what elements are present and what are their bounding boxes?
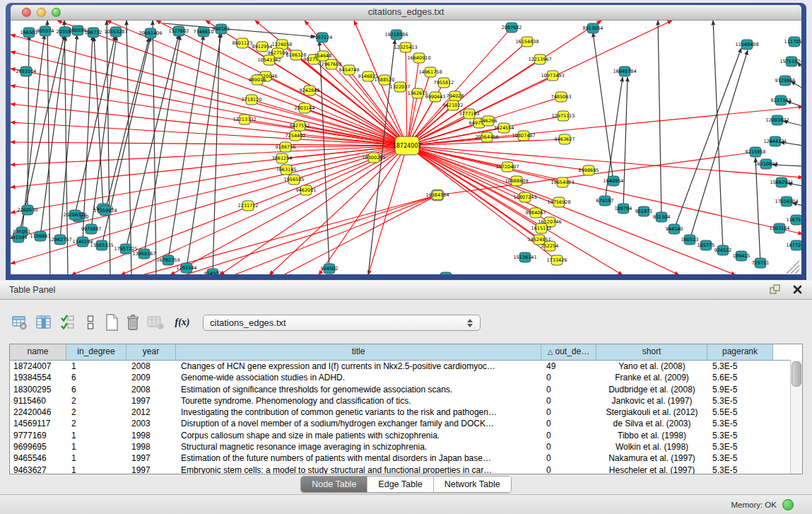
cell-year[interactable]: 1997 — [126, 465, 176, 474]
select-visible-columns-icon[interactable] — [58, 312, 78, 333]
cell-pagerank[interactable]: 5.6E-5 — [707, 372, 773, 383]
cell-in_degree[interactable]: 1 — [66, 430, 126, 441]
table-row[interactable]: 946554611997Estimation of the future num… — [10, 452, 802, 464]
cell-short[interactable]: Stergiakouli et al. (2012) — [596, 407, 707, 418]
minimize-window-button[interactable] — [37, 8, 46, 17]
cell-out_de[interactable]: 0 — [541, 441, 596, 452]
cell-in_degree[interactable]: 2 — [66, 407, 126, 418]
cell-name[interactable]: 14569117 — [10, 418, 66, 429]
table-row[interactable]: 2242004622012Investigating the contribut… — [10, 407, 802, 418]
cell-year[interactable]: 2012 — [126, 407, 176, 418]
cell-title[interactable]: Investigating the contribution of common… — [176, 407, 541, 418]
delete-columns-icon[interactable] — [146, 312, 165, 333]
new-table-icon[interactable] — [102, 312, 122, 333]
float-window-icon[interactable] — [768, 283, 781, 296]
cell-out_de[interactable]: 0 — [541, 407, 596, 418]
column-header-name[interactable]: name — [10, 344, 66, 360]
table-row[interactable]: 946362711997Embryonic stem cells: a mode… — [10, 465, 802, 474]
window-titlebar[interactable]: citations_edges.txt — [11, 5, 801, 21]
table-row[interactable]: 1456911722003Disruption of a novel membe… — [10, 418, 802, 429]
column-header-pagerank[interactable]: pagerank — [707, 344, 773, 360]
cell-in_degree[interactable]: 1 — [66, 441, 126, 452]
cell-title[interactable]: Tourette syndrome. Phenomenology and cla… — [176, 395, 541, 407]
table-row[interactable]: 1830029562008Estimation of significance … — [10, 384, 802, 395]
cell-in_degree[interactable]: 6 — [66, 384, 126, 395]
cell-short[interactable]: Dudbridge et al. (2008) — [596, 384, 707, 395]
cell-short[interactable]: Wolkin et al. (1998) — [596, 441, 707, 452]
scrollbar-thumb[interactable] — [792, 361, 801, 387]
cell-title[interactable]: Estimation of significance thresholds fo… — [176, 384, 541, 395]
cell-pagerank[interactable]: 5.5E-5 — [707, 407, 773, 418]
tab-network-table[interactable]: Network Table — [434, 477, 511, 492]
cell-name[interactable]: 18300295 — [10, 384, 66, 395]
close-window-button[interactable] — [22, 8, 31, 17]
cell-short[interactable]: Hescheler et al. (1997) — [596, 465, 707, 474]
cell-title[interactable]: Corpus callosum shape and size in male p… — [176, 430, 541, 441]
cell-out_de[interactable]: 0 — [541, 452, 596, 464]
cell-year[interactable]: 2003 — [126, 418, 176, 429]
cell-title[interactable]: Changes of HCN gene expression and I(f) … — [176, 361, 541, 372]
cell-out_de[interactable]: 49 — [541, 361, 596, 372]
cell-short[interactable]: Nakamura et al. (1997) — [596, 452, 707, 464]
cell-title[interactable]: Structural magnetic resonance image aver… — [176, 441, 541, 452]
cell-name[interactable]: 19384554 — [10, 372, 66, 383]
cell-in_degree[interactable]: 1 — [66, 452, 126, 464]
network-graph[interactable]: 1665019055742035571805511867321055328720… — [11, 21, 801, 274]
cell-pagerank[interactable]: 5.3E-5 — [707, 361, 773, 372]
cell-out_de[interactable]: 0 — [541, 430, 596, 441]
tab-edge-table[interactable]: Edge Table — [367, 477, 433, 492]
network-canvas[interactable]: 1665019055742035571805511867321055328720… — [11, 21, 801, 274]
row-height-icon[interactable] — [81, 312, 100, 333]
cell-pagerank[interactable]: 5.3E-5 — [707, 465, 773, 474]
cell-in_degree[interactable]: 2 — [66, 395, 126, 407]
delete-table-icon[interactable] — [123, 312, 143, 333]
table-row[interactable]: 1938455462009Genome-wide association stu… — [10, 372, 802, 383]
cell-pagerank[interactable]: 5.9E-5 — [707, 384, 773, 395]
table-settings-icon[interactable] — [10, 312, 30, 333]
column-header-short[interactable]: short — [596, 344, 707, 360]
cell-pagerank[interactable]: 5.3E-5 — [707, 395, 773, 407]
column-header-out_de[interactable]: △out_de… — [541, 344, 596, 360]
cell-year[interactable]: 2008 — [126, 384, 176, 395]
cell-title[interactable]: Genome-wide association studies in ADHD. — [176, 372, 541, 383]
cell-year[interactable]: 2009 — [126, 372, 176, 383]
cell-pagerank[interactable]: 5.3E-5 — [707, 430, 773, 441]
cell-year[interactable]: 1998 — [126, 430, 176, 441]
cell-year[interactable]: 2008 — [126, 361, 176, 372]
cell-out_de[interactable]: 0 — [541, 384, 596, 395]
cell-in_degree[interactable]: 6 — [66, 372, 126, 383]
cell-short[interactable]: Jankovic et al. (1997) — [596, 395, 707, 407]
cell-short[interactable]: de Silva et al. (2003) — [596, 418, 707, 429]
table-row[interactable]: 911546021997Tourette syndrome. Phenomeno… — [10, 395, 802, 407]
show-columns-icon[interactable] — [34, 312, 54, 333]
canvas-resize-grip-icon[interactable] — [791, 265, 799, 274]
table-row[interactable]: 969969511998Structural magnetic resonanc… — [10, 441, 802, 452]
vertical-scrollbar[interactable] — [790, 360, 802, 474]
cell-name[interactable]: 9463627 — [10, 465, 66, 474]
cell-pagerank[interactable]: 5.3E-5 — [707, 452, 773, 464]
column-header-in_degree[interactable]: in_degree — [66, 344, 126, 360]
table-row[interactable]: 1872400712008Changes of HCN gene express… — [10, 361, 802, 372]
cell-title[interactable]: Estimation of the future numbers of pati… — [176, 452, 541, 464]
cell-year[interactable]: 1997 — [126, 395, 176, 407]
cell-name[interactable]: 18724007 — [10, 361, 66, 372]
canvas-resize-grip-icon[interactable] — [795, 269, 799, 274]
cell-short[interactable]: Tibbo et al. (1998) — [596, 430, 707, 441]
cell-pagerank[interactable]: 5.3E-5 — [707, 418, 773, 429]
cell-out_de[interactable]: 0 — [541, 372, 596, 383]
cell-name[interactable]: 22420046 — [10, 407, 66, 418]
zoom-window-button[interactable] — [52, 8, 61, 17]
function-builder-icon[interactable]: f(x) — [172, 312, 192, 333]
table-selector-dropdown[interactable]: citations_edges.txt — [203, 315, 481, 331]
cell-name[interactable]: 9777169 — [10, 430, 66, 441]
cell-pagerank[interactable]: 5.3E-5 — [707, 441, 773, 452]
table-row[interactable]: 977716911998Corpus callosum shape and si… — [10, 430, 802, 441]
close-icon[interactable] — [791, 283, 804, 296]
cell-title[interactable]: Embryonic stem cells: a model to study s… — [176, 465, 541, 474]
cell-out_de[interactable]: 0 — [541, 395, 596, 407]
cell-in_degree[interactable]: 1 — [66, 465, 126, 474]
tab-node-table[interactable]: Node Table — [301, 477, 367, 492]
cell-out_de[interactable]: 0 — [541, 465, 596, 474]
cell-name[interactable]: 9699695 — [10, 441, 66, 452]
cell-in_degree[interactable]: 2 — [66, 418, 126, 429]
